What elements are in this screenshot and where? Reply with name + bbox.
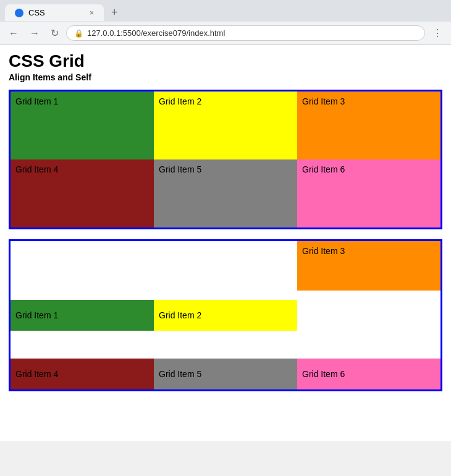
grid-2: Grid Item 1 Grid Item 2 Grid Item 3 Grid… xyxy=(9,239,442,391)
lock-icon: 🔒 xyxy=(74,29,83,38)
grid1-item2: Grid Item 2 xyxy=(154,91,297,159)
back-button[interactable]: ← xyxy=(5,27,22,40)
browser-menu-button[interactable]: ⋮ xyxy=(429,26,446,40)
grid1-item3: Grid Item 3 xyxy=(297,91,440,159)
browser-tab[interactable]: CSS × xyxy=(5,4,104,21)
grid2-item1: Grid Item 1 xyxy=(11,300,154,331)
page-content: CSS Grid Align Items and Self Grid Item … xyxy=(0,45,451,441)
grid1-item5: Grid Item 5 xyxy=(154,159,297,227)
tab-bar: CSS × + xyxy=(0,0,451,22)
grid2-item5: Grid Item 5 xyxy=(154,359,297,389)
tab-close-button[interactable]: × xyxy=(90,9,94,17)
grid2-item2: Grid Item 2 xyxy=(154,300,297,331)
url-text: 127.0.0.1:5500/exercise079/index.html xyxy=(87,28,225,38)
grid1-item4: Grid Item 4 xyxy=(11,159,154,227)
page-title: CSS Grid xyxy=(9,51,442,71)
grid2-item4: Grid Item 4 xyxy=(11,359,154,389)
grid1-item1: Grid Item 1 xyxy=(11,91,154,159)
page-subtitle: Align Items and Self xyxy=(9,72,442,82)
grid1-item6: Grid Item 6 xyxy=(297,159,440,227)
new-tab-button[interactable]: + xyxy=(106,4,123,22)
forward-button[interactable]: → xyxy=(26,27,43,40)
nav-bar: ← → ↻ 🔒 127.0.0.1:5500/exercise079/index… xyxy=(0,22,451,45)
tab-title: CSS xyxy=(28,8,45,17)
favicon-icon xyxy=(15,9,23,17)
grid2-item3: Grid Item 3 xyxy=(297,241,440,291)
refresh-button[interactable]: ↻ xyxy=(47,26,62,40)
browser-chrome: CSS × + ← → ↻ 🔒 127.0.0.1:5500/exercise0… xyxy=(0,0,451,45)
address-bar[interactable]: 🔒 127.0.0.1:5500/exercise079/index.html xyxy=(66,25,425,41)
grid-1: Grid Item 1 Grid Item 2 Grid Item 3 Grid… xyxy=(9,90,442,229)
grid2-item6: Grid Item 6 xyxy=(297,359,440,389)
